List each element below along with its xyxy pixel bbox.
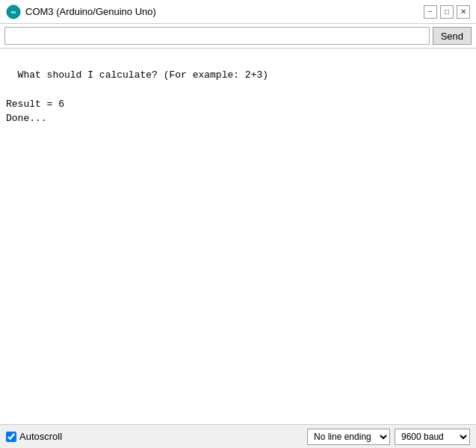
window-title: COM3 (Arduino/Genuino Uno): [25, 6, 156, 17]
minimize-button[interactable]: −: [424, 5, 437, 19]
arduino-logo-icon: ∞: [6, 4, 21, 19]
title-bar: ∞ COM3 (Arduino/Genuino Uno) − □ ✕: [0, 0, 476, 24]
serial-output-text: What should I calculate? (For example: 2…: [6, 69, 268, 125]
bottom-bar: Autoscroll No line ending Newline Carria…: [0, 424, 476, 448]
serial-output: What should I calculate? (For example: 2…: [0, 49, 476, 424]
bottom-right-controls: No line ending Newline Carriage return B…: [307, 429, 470, 445]
close-button[interactable]: ✕: [457, 5, 470, 19]
autoscroll-checkbox[interactable]: [6, 432, 16, 442]
svg-text:∞: ∞: [11, 8, 16, 16]
title-bar-left: ∞ COM3 (Arduino/Genuino Uno): [6, 4, 156, 19]
serial-input[interactable]: [4, 27, 430, 45]
autoscroll-container: Autoscroll: [6, 431, 62, 442]
line-ending-select[interactable]: No line ending Newline Carriage return B…: [307, 429, 390, 445]
baud-rate-select[interactable]: 300 baud 1200 baud 2400 baud 4800 baud 9…: [395, 429, 470, 445]
send-button[interactable]: Send: [433, 27, 472, 45]
title-bar-controls: − □ ✕: [424, 5, 470, 19]
input-row: Send: [0, 24, 476, 49]
autoscroll-label[interactable]: Autoscroll: [19, 431, 62, 442]
maximize-button[interactable]: □: [440, 5, 454, 19]
